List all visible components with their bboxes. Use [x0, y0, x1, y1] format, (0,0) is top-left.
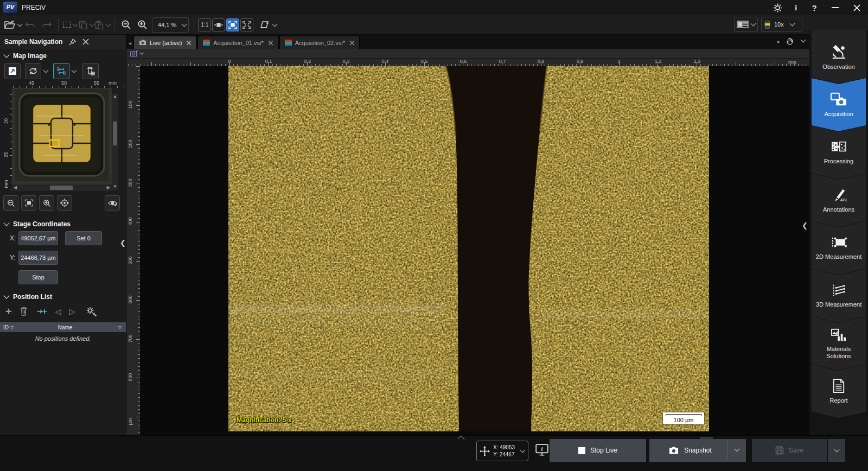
- stage-coordinates-section-header[interactable]: Stage Coordinates: [0, 217, 126, 230]
- undo-button[interactable]: [23, 17, 38, 33]
- map-vertical-scrollbar[interactable]: ▲ ▼: [112, 93, 118, 190]
- open-file-button[interactable]: [4, 17, 22, 33]
- left-panel-collapse-icon[interactable]: ❮: [120, 239, 126, 247]
- stop-live-button[interactable]: Stop Live: [550, 439, 646, 462]
- snapshot-dropdown-icon[interactable]: [735, 447, 740, 452]
- snapshot-camera-icon: [668, 446, 679, 455]
- selection-dropdown-icon[interactable]: [73, 21, 78, 27]
- actual-size-button[interactable]: 1:1: [198, 18, 211, 31]
- stop-button[interactable]: Stop: [18, 270, 58, 284]
- scroll-up-icon[interactable]: ▲: [112, 93, 118, 100]
- add-position-icon[interactable]: +: [5, 306, 12, 317]
- tab-scroll-right-icon[interactable]: ▸: [777, 39, 780, 44]
- camera-settings-icon[interactable]: [130, 50, 138, 57]
- paste-button[interactable]: [95, 17, 110, 33]
- copy-dropdown-icon[interactable]: [90, 21, 95, 27]
- minimize-icon[interactable]: [826, 0, 844, 15]
- panel-close-icon[interactable]: [82, 39, 89, 45]
- sidebar-item-2d-measurement[interactable]: 2D Measurement: [812, 221, 866, 275]
- sidebar-item-materials-solutions[interactable]: Materials Solutions: [812, 317, 866, 370]
- map-autoupdate-button[interactable]: [53, 63, 69, 79]
- help-icon[interactable]: ?: [805, 0, 824, 15]
- tab-list-dropdown-icon[interactable]: [801, 37, 806, 42]
- position-settings-icon[interactable]: [86, 307, 97, 316]
- snapshot-button[interactable]: Snapshot: [649, 439, 746, 462]
- close-icon[interactable]: [847, 0, 866, 15]
- mini-dropdown-icon[interactable]: [140, 51, 144, 55]
- map-delete-button[interactable]: [82, 63, 99, 79]
- map-refresh-button[interactable]: [25, 63, 41, 79]
- sidebar-item-report[interactable]: Report: [812, 365, 866, 418]
- sort-icon[interactable]: ▽: [118, 325, 122, 330]
- sidebar-item-3d-measurement[interactable]: 3D Measurement: [812, 269, 866, 322]
- open-file-dropdown-icon[interactable]: [17, 21, 23, 27]
- zoom-percent-dropdown[interactable]: 44,1 %: [152, 17, 189, 33]
- move-to-position-icon[interactable]: [36, 308, 47, 315]
- zoom-in-button[interactable]: [135, 17, 150, 33]
- objective-dropdown[interactable]: 10x: [761, 17, 802, 32]
- tab-acquisition-02[interactable]: Acquisition_02.vsi*: [279, 36, 360, 49]
- map-zoom-in-button[interactable]: [39, 195, 54, 211]
- microscope-live-image[interactable]: [228, 66, 709, 431]
- map-refresh-dropdown-icon[interactable]: [43, 68, 49, 73]
- zoom-percent-dropdown-icon[interactable]: [182, 21, 187, 27]
- scroll-right-icon[interactable]: ▶: [107, 184, 110, 191]
- map-visibility-options-button[interactable]: [105, 195, 120, 211]
- report-layout-button[interactable]: [259, 17, 277, 33]
- expand-panel-icon[interactable]: [458, 436, 465, 443]
- map-fit-button[interactable]: [21, 195, 36, 211]
- live-image-canvas[interactable]: Magnification: 5 x 100 µm: [140, 66, 809, 435]
- redo-button[interactable]: [39, 17, 54, 33]
- stage-x-value[interactable]: 49052,67 µm: [18, 231, 58, 245]
- stage-position-readout[interactable]: X: 49053 Y: 24467: [476, 441, 528, 461]
- fit-to-screen-button[interactable]: [226, 18, 239, 31]
- stage-y-value[interactable]: 24466,73 µm: [18, 251, 58, 265]
- layout-dropdown-icon[interactable]: [751, 21, 756, 27]
- previous-position-icon[interactable]: ◁: [55, 307, 61, 316]
- map-image-section-header[interactable]: Map Image: [0, 49, 126, 62]
- scroll-left-icon[interactable]: ◀: [14, 184, 17, 191]
- position-list-section-header[interactable]: Position List: [0, 290, 126, 303]
- save-button[interactable]: Save: [752, 439, 827, 462]
- copy-button[interactable]: [79, 17, 94, 33]
- tab-acquisition-01[interactable]: Acquisition_01.vsi*: [197, 36, 278, 49]
- scroll-down-icon[interactable]: ▼: [112, 183, 118, 190]
- pan-hand-icon[interactable]: [786, 37, 793, 45]
- delete-position-icon[interactable]: [20, 307, 28, 316]
- map-autoupdate-dropdown-icon[interactable]: [72, 68, 77, 73]
- tab-live[interactable]: Live (active): [133, 36, 196, 49]
- set-zero-button[interactable]: Set 0: [65, 231, 102, 245]
- selection-tool-button[interactable]: [62, 17, 78, 33]
- report-layout-dropdown-icon[interactable]: [272, 21, 278, 27]
- scrollbar-thumb[interactable]: [50, 186, 73, 190]
- tab-scroll-left-icon[interactable]: ◂: [129, 40, 131, 46]
- pin-icon[interactable]: [69, 39, 76, 46]
- right-panel-collapse-icon[interactable]: ❮: [802, 221, 808, 230]
- next-position-icon[interactable]: ▷: [69, 307, 75, 316]
- fullscreen-button[interactable]: [240, 18, 253, 31]
- sidebar-item-observation[interactable]: Observation: [812, 30, 866, 84]
- position-table-header[interactable]: ID ▽ Name ▽: [0, 322, 126, 332]
- map-expand-button[interactable]: [4, 63, 21, 79]
- tab-close-icon[interactable]: [187, 41, 191, 45]
- layout-selector-dropdown[interactable]: [734, 17, 758, 32]
- paste-dropdown-icon[interactable]: [106, 21, 111, 27]
- info-icon[interactable]: i: [787, 0, 805, 15]
- display-info-button[interactable]: i: [535, 443, 549, 459]
- sidebar-item-acquisition[interactable]: Acquisition: [812, 78, 866, 131]
- map-zoom-out-button[interactable]: [3, 195, 18, 211]
- save-dropdown-button[interactable]: [828, 439, 845, 462]
- sidebar-item-annotations[interactable]: ABC Annotations: [812, 174, 866, 227]
- stage-readout-dropdown-icon[interactable]: [520, 448, 526, 453]
- fit-width-button[interactable]: [212, 18, 225, 31]
- map-horizontal-scrollbar[interactable]: ◀ ▶: [12, 184, 112, 191]
- sidebar-item-processing[interactable]: Processing: [812, 126, 866, 179]
- tab-close-icon[interactable]: [269, 41, 273, 45]
- objective-dropdown-icon[interactable]: [789, 21, 795, 27]
- map-center-target-button[interactable]: [57, 195, 72, 211]
- map-thumbnail[interactable]: [12, 88, 112, 184]
- zoom-out-button[interactable]: [118, 17, 133, 33]
- tab-close-icon[interactable]: [350, 41, 354, 45]
- scrollbar-thumb[interactable]: [113, 122, 117, 145]
- settings-gear-icon[interactable]: [768, 0, 787, 15]
